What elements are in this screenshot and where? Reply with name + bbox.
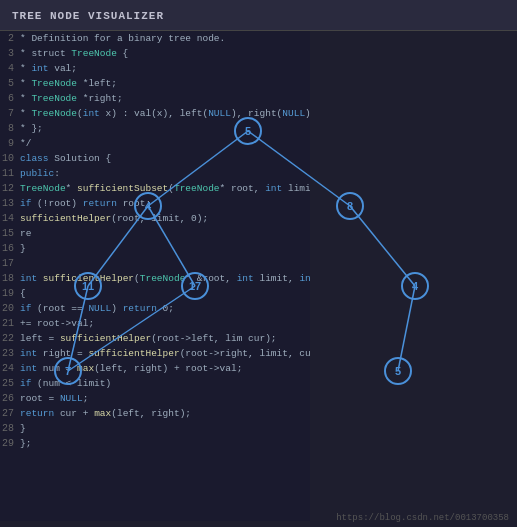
app-title: TREE NODE VISUALIZER [12, 10, 164, 22]
line-number: 25 [0, 376, 20, 391]
line-text: */ [20, 136, 31, 151]
line-text: int right = sufficientHelper(root->right… [20, 346, 310, 361]
line-text: { [20, 286, 26, 301]
line-text: int sufficientHelper(TreeNode* &root, in… [20, 271, 310, 286]
line-number: 18 [0, 271, 20, 286]
line-number: 12 [0, 181, 20, 196]
line-text: if (num < limit) [20, 376, 111, 391]
line-number: 8 [0, 121, 20, 136]
app-header: TREE NODE VISUALIZER [0, 0, 517, 31]
code-line: 27 return cur + max(left, right); [0, 406, 310, 421]
line-text: } [20, 421, 26, 436]
code-line: 26 root = NULL; [0, 391, 310, 406]
line-number: 10 [0, 151, 20, 166]
line-number: 27 [0, 406, 20, 421]
code-line: 19 { [0, 286, 310, 301]
tree-edge [350, 206, 415, 286]
tree-node-n8: 8 [336, 192, 364, 220]
line-number: 2 [0, 31, 20, 46]
code-line: 5 * TreeNode *left; [0, 76, 310, 91]
line-text: return cur + max(left, right); [20, 406, 191, 421]
line-number: 23 [0, 346, 20, 361]
line-number: 22 [0, 331, 20, 346]
line-text: sufficientHelper(root, limit, 0); [20, 211, 208, 226]
line-text: left = sufficientHelper(root->left, lim … [20, 331, 277, 346]
code-line: 11 public: [0, 166, 310, 181]
line-text: public: [20, 166, 60, 181]
line-text: TreeNode* sufficientSubset(TreeNode* roo… [20, 181, 310, 196]
code-line: 8 * }; [0, 121, 310, 136]
code-line: 7 * TreeNode(int x) : val(x), left(NULL)… [0, 106, 310, 121]
footer-url: https://blog.csdn.net/0013700358 [336, 513, 509, 523]
line-text: re [20, 226, 31, 241]
tree-edge [398, 286, 415, 371]
line-text: class Solution { [20, 151, 111, 166]
code-panel: 2 * Definition for a binary tree node.3 … [0, 31, 310, 521]
code-line: 10 class Solution { [0, 151, 310, 166]
line-text: root = NULL; [20, 391, 88, 406]
line-text: }; [20, 436, 31, 451]
line-number: 11 [0, 166, 20, 181]
line-number: 24 [0, 361, 20, 376]
code-line: 24 int num = max(left, right) + root->va… [0, 361, 310, 376]
main-container: 2 * Definition for a binary tree node.3 … [0, 31, 517, 521]
line-number: 6 [0, 91, 20, 106]
line-number: 13 [0, 196, 20, 211]
line-text: * int val; [20, 61, 77, 76]
code-line: 9 */ [0, 136, 310, 151]
line-number: 15 [0, 226, 20, 241]
code-line: 25 if (num < limit) [0, 376, 310, 391]
line-number: 7 [0, 106, 20, 121]
tree-node-n5bot: 5 [384, 357, 412, 385]
code-line: 22 left = sufficientHelper(root->left, l… [0, 331, 310, 346]
line-number: 29 [0, 436, 20, 451]
line-text: if (!root) return root; [20, 196, 151, 211]
line-text: * }; [20, 121, 43, 136]
line-number: 9 [0, 136, 20, 151]
line-text: * Definition for a binary tree node. [20, 31, 225, 46]
code-line: 12 TreeNode* sufficientSubset(TreeNode* … [0, 181, 310, 196]
code-line: 28 } [0, 421, 310, 436]
code-line: 21 += root->val; [0, 316, 310, 331]
tree-node-n4b: 4 [401, 272, 429, 300]
line-number: 19 [0, 286, 20, 301]
line-text: * TreeNode(int x) : val(x), left(NULL), … [20, 106, 310, 121]
line-text: if (root == NULL) return 0; [20, 301, 174, 316]
code-line: 4 * int val; [0, 61, 310, 76]
code-line: 6 * TreeNode *right; [0, 91, 310, 106]
line-number: 21 [0, 316, 20, 331]
line-text: * struct TreeNode { [20, 46, 128, 61]
line-number: 5 [0, 76, 20, 91]
line-number: 14 [0, 211, 20, 226]
code-line: 29 }; [0, 436, 310, 451]
code-line: 3 * struct TreeNode { [0, 46, 310, 61]
code-line: 15 re [0, 226, 310, 241]
code-line: 20 if (root == NULL) return 0; [0, 301, 310, 316]
code-line: 14 sufficientHelper(root, limit, 0); [0, 211, 310, 226]
line-text: * TreeNode *left; [20, 76, 117, 91]
line-number: 16 [0, 241, 20, 256]
line-text: } [20, 241, 26, 256]
code-line: 23 int right = sufficientHelper(root->ri… [0, 346, 310, 361]
line-number: 20 [0, 301, 20, 316]
code-line: 2 * Definition for a binary tree node. [0, 31, 310, 46]
line-text: * TreeNode *right; [20, 91, 123, 106]
line-number: 28 [0, 421, 20, 436]
line-number: 3 [0, 46, 20, 61]
code-line: 16 } [0, 241, 310, 256]
code-line: 18 int sufficientHelper(TreeNode* &root,… [0, 271, 310, 286]
line-text: += root->val; [20, 316, 94, 331]
line-number: 17 [0, 256, 20, 271]
line-text: int num = max(left, right) + root->val; [20, 361, 242, 376]
code-line: 17 [0, 256, 310, 271]
line-number: 26 [0, 391, 20, 406]
code-line: 13 if (!root) return root; [0, 196, 310, 211]
line-number: 4 [0, 61, 20, 76]
